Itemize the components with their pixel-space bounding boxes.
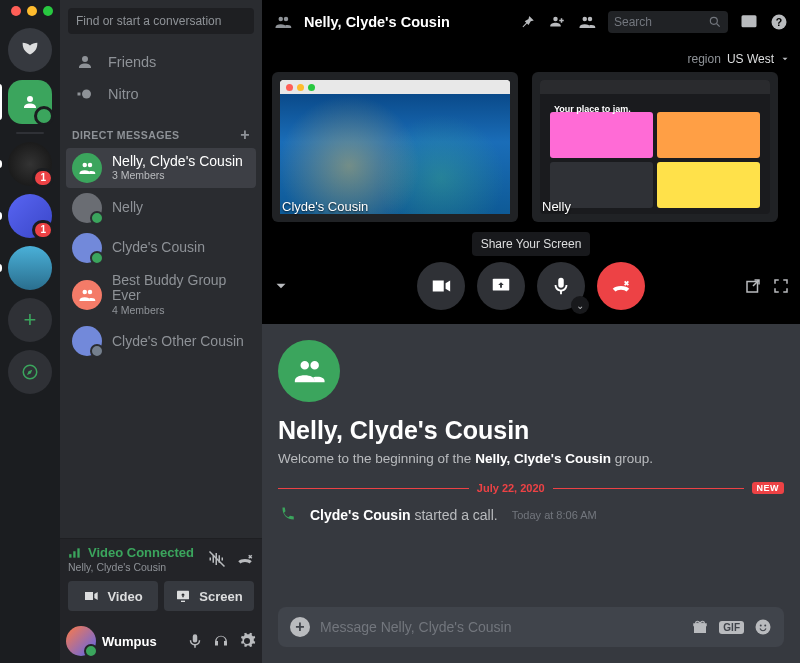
gift-icon[interactable] bbox=[691, 618, 709, 636]
server-separator bbox=[16, 132, 44, 134]
dm-item-clydes-other-cousin[interactable]: Clyde's Other Cousin bbox=[66, 321, 256, 361]
attach-file-button[interactable]: + bbox=[290, 617, 310, 637]
unread-pill bbox=[0, 160, 2, 168]
date-divider: July 22, 2020 NEW bbox=[278, 482, 784, 494]
close-window-icon[interactable] bbox=[11, 6, 21, 16]
search-input[interactable]: Search bbox=[608, 11, 728, 33]
svg-rect-13 bbox=[694, 626, 706, 634]
nitro-label: Nitro bbox=[108, 86, 139, 102]
nitro-nav[interactable]: Nitro bbox=[68, 78, 254, 110]
zoom-window-icon[interactable] bbox=[43, 6, 53, 16]
add-friend-icon[interactable] bbox=[548, 13, 566, 31]
message-composer[interactable]: + Message Nelly, Clyde's Cousin GIF bbox=[278, 607, 784, 647]
dm-section-heading: DIRECT MESSAGES bbox=[72, 129, 180, 141]
chat-title: Nelly, Clyde's Cousin bbox=[278, 416, 784, 445]
self-avatar[interactable] bbox=[66, 626, 96, 656]
dm-item-clydes-cousin[interactable]: Clyde's Cousin bbox=[66, 228, 256, 268]
avatar bbox=[72, 193, 102, 223]
help-icon[interactable]: ? bbox=[770, 13, 788, 31]
screen-share-button[interactable]: Screen bbox=[164, 581, 254, 611]
group-dm-icon bbox=[274, 13, 292, 31]
stream-tile-1[interactable]: Clyde's Cousin bbox=[272, 72, 518, 222]
emoji-picker-button[interactable] bbox=[754, 618, 772, 636]
unread-pill bbox=[0, 212, 2, 220]
explore-servers-button[interactable] bbox=[8, 350, 52, 394]
search-placeholder: Search bbox=[614, 15, 652, 29]
mute-mic-button[interactable] bbox=[186, 632, 204, 650]
mention-badge: 1 bbox=[32, 220, 54, 240]
svg-rect-3 bbox=[73, 551, 75, 557]
create-dm-button[interactable]: + bbox=[240, 126, 250, 144]
deafen-button[interactable] bbox=[212, 632, 230, 650]
unread-pill bbox=[0, 264, 2, 272]
member-list-icon[interactable] bbox=[578, 13, 596, 31]
server-1[interactable]: 1 bbox=[8, 142, 52, 186]
group-avatar-large-icon bbox=[278, 340, 340, 402]
voice-status[interactable]: Video Connected bbox=[68, 545, 194, 560]
system-message: Clyde's Cousin started a call. Today at … bbox=[278, 502, 784, 528]
home-server-button[interactable] bbox=[8, 28, 52, 72]
search-icon bbox=[708, 15, 722, 29]
pin-icon[interactable] bbox=[518, 13, 536, 31]
shared-window-preview: Your place to jam. bbox=[540, 80, 770, 214]
disconnect-icon[interactable] bbox=[236, 550, 254, 568]
share-screen-button[interactable] bbox=[477, 262, 525, 310]
screen-icon bbox=[175, 588, 191, 604]
noise-suppression-icon[interactable] bbox=[208, 550, 226, 568]
minimize-window-icon[interactable] bbox=[27, 6, 37, 16]
message-author[interactable]: Clyde's Cousin bbox=[310, 507, 411, 523]
chat-area: Nelly, Clyde's Cousin Welcome to the beg… bbox=[262, 324, 800, 663]
add-server-button[interactable]: + bbox=[8, 298, 52, 342]
server-2[interactable]: 1 bbox=[8, 194, 52, 238]
svg-point-17 bbox=[764, 625, 766, 627]
avatar bbox=[72, 233, 102, 263]
avatar bbox=[72, 326, 102, 356]
chevron-down-icon[interactable] bbox=[780, 54, 790, 64]
dm-item-nelly[interactable]: Nelly bbox=[66, 188, 256, 228]
gif-picker-button[interactable]: GIF bbox=[719, 621, 744, 634]
inbox-icon[interactable] bbox=[740, 13, 758, 31]
friends-nav[interactable]: Friends bbox=[68, 46, 254, 78]
stream-participant-name: Nelly bbox=[542, 199, 571, 214]
composer-placeholder: Message Nelly, Clyde's Cousin bbox=[320, 619, 681, 635]
mute-mic-button[interactable]: ⌄ bbox=[537, 262, 585, 310]
camera-toggle-button[interactable] bbox=[417, 262, 465, 310]
svg-rect-4 bbox=[77, 548, 79, 557]
dm-sidebar: Find or start a conversation Friends Nit… bbox=[60, 0, 262, 663]
shared-window-preview bbox=[280, 80, 510, 214]
svg-rect-2 bbox=[69, 554, 71, 558]
mention-badge: 1 bbox=[32, 168, 54, 188]
voice-channel-name: Nelly, Clyde's Cousin bbox=[68, 561, 194, 573]
friends-label: Friends bbox=[108, 54, 156, 70]
self-username: Wumpus bbox=[102, 634, 157, 649]
region-label: region bbox=[688, 52, 721, 66]
dm-item-best-buddy-group[interactable]: Best Buddy Group Ever4 Members bbox=[66, 268, 256, 321]
dm-item-group-nelly-clyde[interactable]: Nelly, Clyde's Cousin3 Members bbox=[66, 148, 256, 188]
svg-point-15 bbox=[756, 620, 771, 635]
stream-tile-2[interactable]: Your place to jam. Nelly bbox=[532, 72, 778, 222]
svg-point-1 bbox=[82, 90, 91, 99]
user-settings-button[interactable] bbox=[238, 632, 256, 650]
quick-switch-input[interactable]: Find or start a conversation bbox=[68, 8, 254, 34]
leave-call-button[interactable] bbox=[597, 262, 645, 310]
pop-out-icon[interactable] bbox=[744, 277, 762, 295]
collapse-call-icon[interactable] bbox=[272, 277, 290, 295]
dm-name: Nelly bbox=[112, 200, 143, 215]
chevron-down-icon[interactable]: ⌄ bbox=[571, 296, 589, 314]
nitro-icon bbox=[76, 85, 94, 103]
server-3[interactable] bbox=[8, 246, 52, 290]
phone-icon bbox=[278, 506, 296, 524]
svg-rect-8 bbox=[742, 16, 756, 27]
svg-point-16 bbox=[760, 625, 762, 627]
video-toggle-button[interactable]: Video bbox=[68, 581, 158, 611]
dm-name: Best Buddy Group Ever bbox=[112, 273, 250, 304]
message-timestamp: Today at 8:06 AM bbox=[512, 509, 597, 521]
friends-icon bbox=[76, 53, 94, 71]
quick-switch-placeholder: Find or start a conversation bbox=[76, 14, 221, 28]
region-value[interactable]: US West bbox=[727, 52, 774, 66]
dm-sub: 4 Members bbox=[112, 305, 250, 317]
video-icon bbox=[83, 588, 99, 604]
dm-name: Clyde's Other Cousin bbox=[112, 334, 244, 349]
fullscreen-icon[interactable] bbox=[772, 277, 790, 295]
dm-button[interactable] bbox=[8, 80, 52, 124]
